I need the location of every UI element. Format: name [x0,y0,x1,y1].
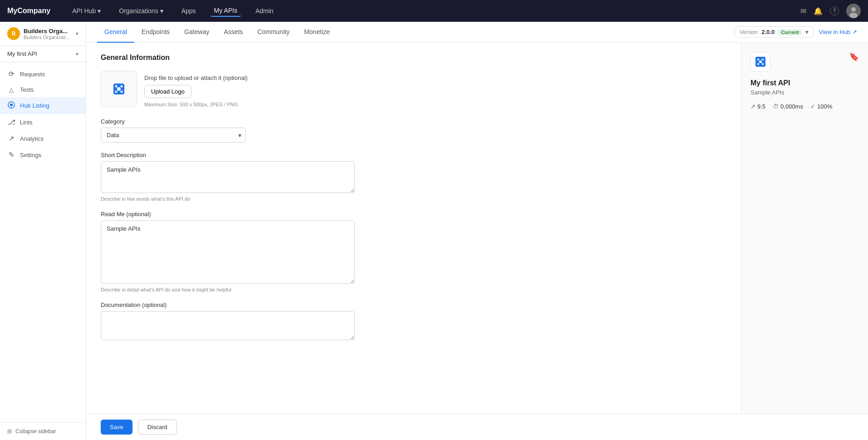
nav-my-apis-label: My APIs [214,7,237,14]
sidebar-item-analytics[interactable]: ↗ Analytics [0,130,86,147]
stat-latency: ⏱ 0,000ms [773,103,803,110]
org-subtitle: Builders Organization-D... [24,35,72,40]
version-number: 2.0.0 [761,29,775,35]
svg-point-8 [115,90,118,93]
documentation-label: Documentation (optional) [101,302,726,308]
discard-button[interactable]: Discard [138,420,177,435]
svg-point-1 [851,7,856,12]
logo-upload-hint: Maximum Size: 500 x 500px, JPEG / PNG [144,102,248,107]
user-avatar[interactable] [846,4,861,18]
sidebar-item-lints-label: Lints [20,119,32,126]
svg-point-12 [757,59,760,61]
tab-assets[interactable]: Assets [216,22,250,43]
short-description-label: Short Description [101,152,726,158]
panel-api-subtitle: Sample APIs [750,89,859,96]
nav-apps-label: Apps [181,7,196,15]
category-select[interactable]: Data Finance Healthcare Technology Other [101,128,246,143]
external-link-icon: ↗ [852,29,857,35]
mail-icon[interactable]: ✉ [800,7,806,15]
sidebar-nav: ⟳ Requests △ Tests Hub Listing ⎇ Lints [0,62,86,422]
svg-point-7 [120,85,123,88]
api-selector[interactable]: My first API ▾ [0,46,86,62]
right-panel: 🔖 My first API Sample APIs ↗ 9.5 ⏱ 0,000… [741,43,868,414]
upload-logo-button[interactable]: Upload Logo [144,85,191,98]
sidebar-item-tests-label: Tests [20,86,34,93]
tab-endpoints-label: Endpoints [142,28,170,35]
help-icon[interactable]: ? [830,6,839,15]
org-selector[interactable]: B Builders Orga... Builders Organization… [0,22,86,46]
chevron-down-icon: ▾ [160,7,163,15]
documentation-field-group: Documentation (optional) [101,302,726,341]
form-area: General Information [86,43,741,414]
sidebar-item-lints[interactable]: ⎇ Lints [0,114,86,130]
collapse-icon: ⊟ [7,428,12,435]
version-status: Current [778,29,802,35]
latency-icon: ⏱ [773,103,779,110]
sidebar-item-settings[interactable]: ✎ Settings [0,147,86,163]
tab-general[interactable]: General [97,22,134,43]
tab-community-label: Community [257,28,289,35]
tabs-bar: General Endpoints Gateway Assets Communi… [86,22,868,43]
settings-icon: ✎ [7,151,15,159]
logo-upload-row: Drop file to upload or attach it (option… [101,71,726,107]
latency-value: 0,000ms [780,103,803,110]
tab-gateway[interactable]: Gateway [177,22,216,43]
requests-icon: ⟳ [7,70,15,78]
bookmark-icon[interactable]: 🔖 [849,52,859,62]
svg-point-15 [762,63,764,65]
sidebar-item-requests-label: Requests [20,71,45,78]
panel-api-name: My first API [750,79,859,87]
top-nav: MyCompany API Hub ▾ Organizations ▾ Apps… [0,0,868,22]
tab-assets-label: Assets [224,28,243,35]
nav-admin[interactable]: Admin [252,5,277,16]
tab-general-label: General [104,28,127,35]
nav-admin-label: Admin [255,7,274,15]
version-badge[interactable]: Version 2.0.0 Current ▾ [735,26,814,38]
readme-textarea[interactable]: Sample APIs [101,220,355,284]
brand-name: MyCompany [7,7,50,15]
save-button[interactable]: Save [101,420,132,435]
analytics-icon: ↗ [7,134,15,143]
version-label: Version [740,29,758,35]
bell-icon[interactable]: 🔔 [814,7,823,15]
nav-organizations-label: Organizations [119,7,158,15]
nav-my-apis[interactable]: My APIs [211,5,241,17]
sidebar-item-hub-listing-label: Hub Listing [20,102,49,109]
tab-monetize[interactable]: Monetize [297,22,337,43]
panel-api-logo [750,52,770,72]
short-description-hint: Describe in few words what's this API do [101,196,726,202]
score-value: 9.5 [757,103,765,110]
nav-organizations[interactable]: Organizations ▾ [115,5,167,16]
org-icon: B [7,27,20,40]
section-title: General Information [101,54,726,62]
sidebar-item-requests[interactable]: ⟳ Requests [0,66,86,82]
collapse-sidebar-button[interactable]: ⊟ Collapse sidebar [0,422,86,440]
tab-community[interactable]: Community [250,22,297,43]
lints-icon: ⎇ [7,118,15,126]
sidebar: B Builders Orga... Builders Organization… [0,22,86,440]
tab-endpoints[interactable]: Endpoints [134,22,177,43]
category-field-group: Category Data Finance Healthcare Technol… [101,118,726,143]
view-in-hub-link[interactable]: View in Hub ↗ [819,29,857,35]
uptime-value: 100% [817,103,832,110]
svg-point-9 [120,90,123,93]
readme-field-group: Read Me (optional) Sample APIs Describe … [101,211,726,292]
api-selector-chevron-icon: ▾ [76,51,78,57]
content-area: General Information [86,43,868,414]
collapse-label: Collapse sidebar [15,428,56,435]
view-in-hub-label: View in Hub [819,29,850,35]
nav-apps[interactable]: Apps [178,5,200,16]
svg-point-6 [115,85,118,88]
tab-monetize-label: Monetize [304,28,330,35]
sidebar-item-hub-listing[interactable]: Hub Listing [0,97,86,114]
svg-point-2 [849,13,858,18]
uptime-icon: ✓ [810,103,815,110]
tests-icon: △ [7,86,15,93]
panel-bookmark-row: 🔖 [750,52,859,72]
documentation-textarea[interactable] [101,311,355,340]
short-description-textarea[interactable]: Sample APIs [101,161,355,193]
version-chevron-icon: ▾ [805,29,809,35]
category-select-wrapper: Data Finance Healthcare Technology Other [101,128,246,143]
sidebar-item-tests[interactable]: △ Tests [0,82,86,97]
nav-api-hub[interactable]: API Hub ▾ [69,5,104,16]
